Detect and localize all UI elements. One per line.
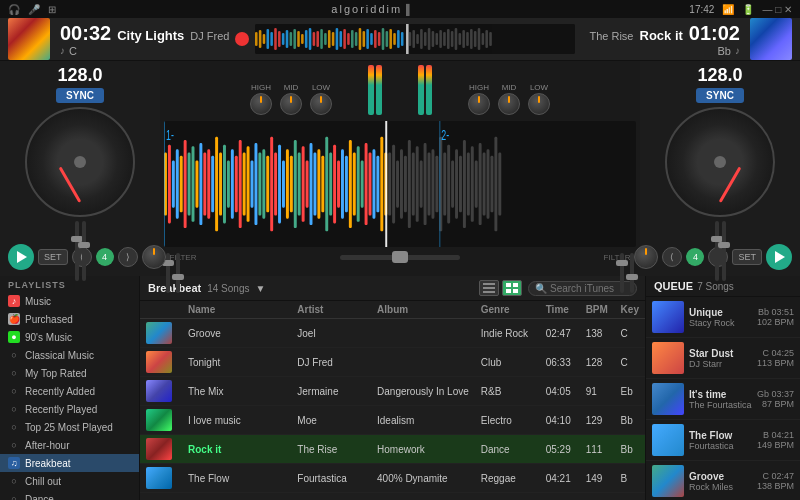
queue-artist-name: Fourtastica: [689, 441, 752, 451]
svg-rect-105: [325, 137, 328, 232]
left-loop-num[interactable]: 4: [96, 248, 114, 266]
sidebar-item-purchased[interactable]: 🍎 Purchased: [0, 310, 139, 328]
svg-rect-15: [309, 28, 312, 50]
left-filter-knob[interactable]: [142, 245, 166, 269]
table-row[interactable]: GrooveJoelIndie Rock02:47138C: [140, 319, 645, 348]
left-cue-button[interactable]: SET: [38, 249, 68, 265]
recentlyadded-icon: ○: [8, 385, 20, 397]
queue-track-name: It's time: [689, 389, 752, 400]
sidebar-item-music[interactable]: ♪ Music: [0, 292, 139, 310]
col-album[interactable]: Album: [371, 301, 475, 319]
queue-item[interactable]: The FlowFourtasticaB 04:21149 BPM: [646, 420, 800, 461]
svg-rect-37: [394, 33, 397, 45]
sidebar-item-breakbeat[interactable]: ♫ Breakbeat: [0, 454, 139, 472]
playlist-title: Breakbeat: [148, 282, 201, 294]
svg-rect-149: [494, 137, 497, 232]
svg-rect-79: [223, 145, 226, 224]
col-key[interactable]: Key: [615, 301, 645, 319]
queue-item[interactable]: Star DustDJ StarrC 04:25113 BPM: [646, 338, 800, 379]
svg-rect-9: [286, 30, 289, 48]
right-play-button[interactable]: [766, 244, 792, 270]
eq-high-knob[interactable]: [250, 93, 272, 115]
sidebar-item-chillout[interactable]: ○ Chill out: [0, 472, 139, 490]
sidebar-item-recentlyplayed[interactable]: ○ Recently Played: [0, 400, 139, 418]
right-deck-track1: The Rise: [589, 30, 633, 42]
right-turntable[interactable]: [665, 107, 775, 217]
grid-view-button[interactable]: [502, 280, 522, 296]
record-button[interactable]: [235, 32, 249, 46]
col-bpm[interactable]: BPM: [580, 301, 615, 319]
track-name: The Flow: [182, 464, 291, 493]
search-input[interactable]: [550, 283, 630, 294]
crossfader-thumb[interactable]: [392, 251, 408, 263]
table-row[interactable]: The FlowFourtastica400% DynamiteReggae04…: [140, 464, 645, 493]
list-view-button[interactable]: [479, 280, 499, 296]
right-cue-button[interactable]: SET: [732, 249, 762, 265]
svg-rect-26: [351, 30, 354, 48]
col-artist[interactable]: Artist: [291, 301, 371, 319]
table-row[interactable]: The MixJermaineDangerously In LoveR&B04:…: [140, 377, 645, 406]
row-status: [140, 464, 182, 493]
left-play-button[interactable]: [8, 244, 34, 270]
col-genre[interactable]: Genre: [475, 301, 540, 319]
track-key: Bb: [615, 406, 645, 435]
table-row[interactable]: I love musicMoeIdealismElectro04:10129Bb: [140, 406, 645, 435]
svg-rect-84: [243, 153, 246, 216]
track-time: 05:29: [540, 435, 580, 464]
col-name[interactable]: Name: [182, 301, 291, 319]
sidebar-item-dance[interactable]: ○ Dance: [0, 490, 139, 500]
eq-low2-knob[interactable]: [528, 93, 550, 115]
sidebar-item-90s[interactable]: ● 90's Music: [0, 328, 139, 346]
left-turntable[interactable]: [25, 107, 135, 217]
col-time[interactable]: Time: [540, 301, 580, 319]
eq-high2-knob[interactable]: [468, 93, 490, 115]
eq-low-knob[interactable]: [310, 93, 332, 115]
eq-high2-label: HIGH: [469, 83, 489, 92]
queue-item[interactable]: UniqueStacy RockBb 03:51102 BPM: [646, 297, 800, 338]
track-name: Rock it: [182, 435, 291, 464]
right-sync-button[interactable]: SYNC: [696, 88, 744, 103]
svg-rect-42: [413, 30, 416, 48]
svg-rect-66: [172, 160, 175, 207]
left-loop-fwd[interactable]: ⟩: [118, 247, 138, 267]
eq-mid2-knob[interactable]: [498, 93, 520, 115]
svg-rect-61: [486, 30, 489, 48]
svg-rect-65: [168, 145, 171, 224]
track-name: Tonight: [182, 348, 291, 377]
track-genre: Indie Rock: [475, 319, 540, 348]
table-row[interactable]: Rock itThe RiseHomeworkDance05:29111Bb: [140, 435, 645, 464]
table-row[interactable]: TonightDJ FredClub06:33128C: [140, 348, 645, 377]
queue-info: GrooveRock Miles: [689, 471, 752, 492]
sidebar-item-recentlyadded[interactable]: ○ Recently Added: [0, 382, 139, 400]
left-bpm: 128.0: [57, 65, 102, 86]
playlist-dropdown[interactable]: ▼: [255, 283, 265, 294]
sidebar-item-afterhour[interactable]: ○ After-hour: [0, 436, 139, 454]
svg-rect-150: [498, 153, 501, 216]
queue-item[interactable]: It's timeThe FourtasticaGb 03:3787 BPM: [646, 379, 800, 420]
sidebar-item-classical[interactable]: ○ Classical Music: [0, 346, 139, 364]
track-time: 04:10: [540, 406, 580, 435]
track-bpm: 149: [580, 464, 615, 493]
svg-rect-85: [247, 146, 250, 222]
queue-artist-name: DJ Starr: [689, 359, 752, 369]
queue-track-name: The Flow: [689, 430, 752, 441]
queue-item[interactable]: GrooveRock MilesC 02:47138 BPM: [646, 461, 800, 500]
track-thumbnail: [146, 380, 172, 402]
sidebar-item-top25[interactable]: ○ Top 25 Most Played: [0, 418, 139, 436]
svg-rect-131: [424, 143, 427, 225]
track-album: Homework: [371, 435, 475, 464]
svg-rect-87: [254, 143, 257, 225]
svg-rect-74: [203, 153, 206, 216]
track-name: I love music: [182, 406, 291, 435]
crossfader[interactable]: [340, 255, 460, 260]
track-genre: Dance: [475, 435, 540, 464]
left-sync-button[interactable]: SYNC: [56, 88, 104, 103]
svg-rect-60: [482, 33, 485, 45]
svg-rect-5: [271, 32, 274, 46]
right-track-art: [750, 18, 792, 60]
eq-mid-knob[interactable]: [280, 93, 302, 115]
sidebar-label-top25: Top 25 Most Played: [25, 422, 113, 433]
svg-rect-20: [328, 30, 331, 48]
sidebar-item-toprated[interactable]: ○ My Top Rated: [0, 364, 139, 382]
queue-info: It's timeThe Fourtastica: [689, 389, 752, 410]
